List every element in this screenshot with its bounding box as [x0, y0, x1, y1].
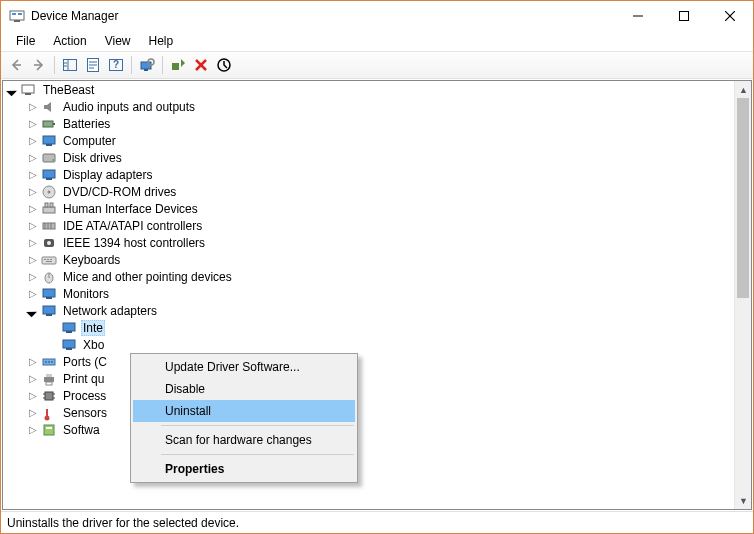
context-menu-item[interactable]: Update Driver Software... [133, 356, 355, 378]
svg-rect-69 [46, 382, 52, 385]
scroll-down-arrow[interactable]: ▼ [735, 492, 752, 509]
device-tree[interactable]: ◢TheBeast▷Audio inputs and outputs▷Batte… [3, 81, 734, 509]
svg-rect-30 [53, 123, 55, 125]
tree-category-label: Human Interface Devices [61, 202, 200, 216]
mouse-icon [41, 269, 57, 285]
svg-rect-48 [42, 257, 56, 264]
expand-icon[interactable]: ▷ [27, 373, 39, 385]
tree-category[interactable]: ◢Network adapters [3, 302, 734, 319]
tree-category[interactable]: ▷Ports (C [3, 353, 734, 370]
expand-icon[interactable]: ▷ [27, 254, 39, 266]
expand-icon[interactable]: ▷ [27, 271, 39, 283]
tree-category[interactable]: ▷Print qu [3, 370, 734, 387]
tree-category[interactable]: ▷Softwa [3, 421, 734, 438]
svg-rect-32 [46, 144, 52, 146]
tree-category[interactable]: ▷Monitors [3, 285, 734, 302]
expand-icon[interactable]: ▷ [27, 407, 39, 419]
svg-rect-35 [43, 170, 55, 178]
context-menu-item[interactable]: Disable [133, 378, 355, 400]
svg-rect-1 [14, 20, 20, 22]
computer-icon [21, 82, 37, 98]
tree-category[interactable]: ▷Mice and other pointing devices [3, 268, 734, 285]
expand-icon[interactable]: ▷ [27, 169, 39, 181]
expand-icon[interactable]: ▷ [27, 220, 39, 232]
expand-icon[interactable]: ▷ [27, 101, 39, 113]
tree-category[interactable]: ▷Computer [3, 132, 734, 149]
menu-help[interactable]: Help [142, 33, 181, 49]
tree-category[interactable]: ▷IDE ATA/ATAPI controllers [3, 217, 734, 234]
monitor-icon [41, 133, 57, 149]
expand-icon[interactable]: ▷ [27, 135, 39, 147]
menubar: File Action View Help [1, 31, 753, 51]
svg-point-76 [45, 415, 50, 420]
tree-device-label: Xbo [81, 338, 106, 352]
tree-category[interactable]: ▷Process [3, 387, 734, 404]
help-button[interactable]: ? [105, 54, 127, 76]
expand-icon[interactable]: ▷ [27, 424, 39, 436]
scan-hardware-button[interactable] [136, 54, 158, 76]
svg-rect-50 [47, 259, 49, 260]
tree-category-label: Network adapters [61, 304, 159, 318]
collapse-icon[interactable]: ◢ [5, 81, 22, 98]
expand-icon[interactable]: ▷ [27, 152, 39, 164]
firewire-icon [41, 235, 57, 251]
menu-action[interactable]: Action [46, 33, 93, 49]
svg-rect-41 [50, 203, 53, 207]
tree-category-label: Batteries [61, 117, 112, 131]
tree-category-label: Audio inputs and outputs [61, 100, 197, 114]
svg-rect-0 [10, 11, 24, 20]
tree-category[interactable]: ▷Audio inputs and outputs [3, 98, 734, 115]
svg-point-47 [47, 241, 51, 245]
tree-category[interactable]: ▷DVD/CD-ROM drives [3, 183, 734, 200]
tree-device-label: Inte [81, 320, 105, 336]
svg-rect-68 [46, 374, 52, 377]
tree-category[interactable]: ▷IEEE 1394 host controllers [3, 234, 734, 251]
maximize-button[interactable] [661, 1, 707, 31]
collapse-icon[interactable]: ◢ [25, 302, 42, 319]
expand-icon[interactable]: ▷ [27, 186, 39, 198]
monitor-icon [41, 286, 57, 302]
battery-icon [41, 116, 57, 132]
expand-icon[interactable]: ▷ [27, 237, 39, 249]
svg-rect-56 [46, 297, 52, 299]
uninstall-button[interactable] [190, 54, 212, 76]
tree-category-label: Ports (C [61, 355, 109, 369]
show-hide-console-tree-button[interactable] [59, 54, 81, 76]
minimize-button[interactable] [615, 1, 661, 31]
menu-file[interactable]: File [9, 33, 42, 49]
tree-device[interactable]: ▷Xbo [3, 336, 734, 353]
tree-category-label: Print qu [61, 372, 106, 386]
tree-root[interactable]: ◢TheBeast [3, 81, 734, 98]
tree-category-label: DVD/CD-ROM drives [61, 185, 178, 199]
expand-icon[interactable]: ▷ [27, 288, 39, 300]
properties-button[interactable] [82, 54, 104, 76]
svg-point-65 [48, 361, 50, 363]
context-menu-item[interactable]: Properties [133, 458, 355, 480]
svg-rect-61 [63, 340, 75, 348]
tree-category-label: IEEE 1394 host controllers [61, 236, 207, 250]
context-menu-item[interactable]: Uninstall [133, 400, 355, 422]
tree-category-label: Computer [61, 134, 118, 148]
tree-category[interactable]: ▷Human Interface Devices [3, 200, 734, 217]
update-driver-button[interactable] [167, 54, 189, 76]
tree-category[interactable]: ▷Batteries [3, 115, 734, 132]
expand-icon[interactable]: ▷ [27, 390, 39, 402]
scroll-up-arrow[interactable]: ▲ [735, 81, 752, 98]
disable-button[interactable] [213, 54, 235, 76]
tree-category[interactable]: ▷Display adapters [3, 166, 734, 183]
context-menu-item[interactable]: Scan for hardware changes [133, 429, 355, 451]
monitor-icon [41, 167, 57, 183]
close-button[interactable] [707, 1, 753, 31]
svg-rect-51 [50, 259, 52, 260]
expand-icon[interactable]: ▷ [27, 203, 39, 215]
tree-category[interactable]: ▷Sensors [3, 404, 734, 421]
tree-category[interactable]: ▷Keyboards [3, 251, 734, 268]
menu-view[interactable]: View [98, 33, 138, 49]
tree-category[interactable]: ▷Disk drives [3, 149, 734, 166]
scroll-thumb[interactable] [737, 98, 749, 298]
svg-rect-58 [46, 314, 52, 316]
tree-device[interactable]: ▷Inte [3, 319, 734, 336]
vertical-scrollbar[interactable]: ▲ ▼ [734, 81, 751, 509]
expand-icon[interactable]: ▷ [27, 118, 39, 130]
expand-icon[interactable]: ▷ [27, 356, 39, 368]
